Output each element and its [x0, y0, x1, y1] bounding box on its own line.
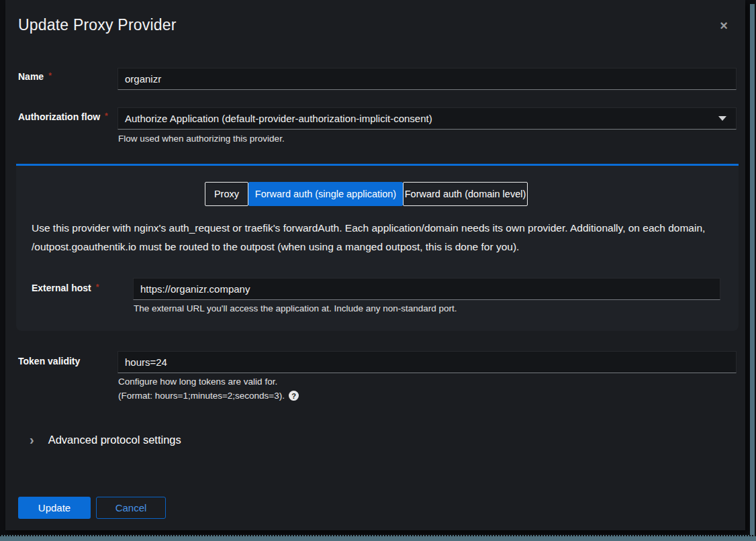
token-validity-help-line1: Configure how long tokens are valid for.	[118, 377, 277, 387]
help-question-icon[interactable]: ?	[289, 391, 299, 401]
close-icon[interactable]: ×	[716, 17, 732, 34]
required-asterisk: *	[96, 283, 99, 292]
chevron-down-icon	[718, 116, 726, 121]
mode-toggle-group: Proxy Forward auth (single application) …	[205, 182, 528, 206]
authorization-flow-selected-option: Authorize Application (default-provider-…	[125, 113, 432, 124]
window-frame-bottom-edge	[0, 535, 756, 541]
update-button[interactable]: Update	[18, 497, 91, 519]
update-proxy-provider-modal: Update Proxy Provider × Name* Authorizat…	[5, 0, 745, 530]
token-validity-help-line2: (Format: hours=1;minutes=2;seconds=3). ?	[118, 391, 299, 401]
modal-title: Update Proxy Provider	[18, 16, 177, 34]
name-label: Name*	[18, 71, 52, 82]
mode-panel: Proxy Forward auth (single application) …	[16, 166, 739, 331]
authorization-flow-select[interactable]: Authorize Application (default-provider-…	[117, 107, 737, 130]
name-input[interactable]	[117, 68, 737, 90]
external-host-label: External host*	[32, 283, 99, 293]
external-host-input[interactable]	[133, 278, 720, 300]
external-host-help: The external URL you'll access the appli…	[134, 303, 457, 313]
tab-proxy[interactable]: Proxy	[205, 182, 248, 206]
tab-forward-auth-single-application[interactable]: Forward auth (single application)	[248, 182, 403, 206]
authorization-flow-label: Authorization flow*	[18, 111, 108, 122]
external-host-label-text: External host	[32, 283, 91, 293]
token-validity-label: Token validity	[18, 356, 80, 366]
cancel-button[interactable]: Cancel	[96, 497, 166, 519]
tab-forward-auth-domain-level[interactable]: Forward auth (domain level)	[403, 182, 528, 206]
token-validity-input[interactable]	[117, 351, 737, 373]
chevron-right-icon: ›	[30, 433, 34, 446]
name-label-text: Name	[18, 71, 44, 82]
advanced-protocol-settings-expander[interactable]: › Advanced protocol settings	[30, 433, 181, 446]
required-asterisk: *	[105, 111, 108, 121]
authorization-flow-help: Flow used when authorizing this provider…	[118, 134, 285, 144]
required-asterisk: *	[48, 71, 52, 81]
mode-description: Use this provider with nginx's auth_requ…	[32, 219, 726, 256]
token-validity-format-text: (Format: hours=1;minutes=2;seconds=3).	[118, 391, 285, 401]
advanced-protocol-settings-label: Advanced protocol settings	[48, 434, 181, 446]
window-frame-right-edge	[750, 4, 755, 535]
authorization-flow-label-text: Authorization flow	[18, 111, 100, 122]
